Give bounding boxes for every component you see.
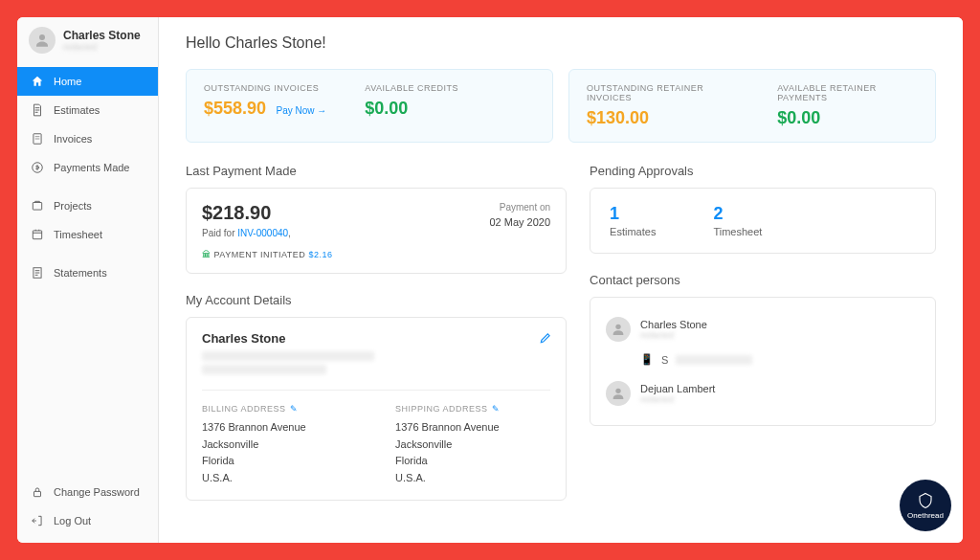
retainer-value: $130.00 bbox=[587, 108, 739, 128]
shipping-address-block: SHIPPING ADDRESS✎ 1376 Brannon Avenue Ja… bbox=[395, 404, 550, 486]
nav-item-estimates[interactable]: Estimates bbox=[17, 96, 158, 124]
contact-avatar bbox=[606, 317, 631, 342]
retainer-payments-label: AVAILABLE RETAINER PAYMENTS bbox=[777, 83, 918, 102]
phone-icon: 📱 bbox=[640, 353, 654, 366]
edit-billing-icon[interactable]: ✎ bbox=[290, 404, 299, 414]
edit-shipping-icon[interactable]: ✎ bbox=[492, 404, 501, 414]
contact-row[interactable]: Charles Stone redacted bbox=[606, 311, 920, 347]
credits-value: $0.00 bbox=[365, 99, 458, 119]
brand-badge[interactable]: Onethread bbox=[900, 480, 951, 531]
summary-row: OUTSTANDING INVOICES $558.90 Pay Now → A… bbox=[186, 69, 936, 143]
statements-icon bbox=[31, 266, 44, 280]
paynow-link[interactable]: Pay Now → bbox=[277, 105, 327, 116]
summary-card-invoices: OUTSTANDING INVOICES $558.90 Pay Now → A… bbox=[186, 69, 553, 143]
credits-label: AVAILABLE CREDITS bbox=[365, 83, 458, 93]
sidebar: Charles Stone redacted Home Estimates In… bbox=[17, 17, 159, 543]
nav-label: Payments Made bbox=[54, 162, 129, 173]
contacts-title: Contact persons bbox=[590, 273, 936, 287]
bottom-nav: Change Password Log Out bbox=[17, 478, 158, 543]
nav-item-home[interactable]: Home bbox=[17, 67, 158, 96]
nav-item-payments[interactable]: Payments Made bbox=[17, 153, 158, 182]
account-title: My Account Details bbox=[186, 293, 567, 307]
two-col: Last Payment Made $218.90 Paid for INV-0… bbox=[186, 164, 936, 501]
approvals-card: 1 Estimates 2 Timesheet bbox=[590, 188, 936, 254]
redacted-line bbox=[202, 365, 326, 374]
svg-rect-3 bbox=[33, 203, 41, 211]
nav-label: Timesheet bbox=[54, 229, 102, 240]
contacts-card: Charles Stone redacted 📱 S Dejuan Lamber… bbox=[590, 297, 936, 426]
user-subtitle: redacted bbox=[63, 42, 141, 52]
svg-rect-6 bbox=[34, 491, 41, 496]
lock-icon bbox=[31, 485, 44, 499]
svg-point-7 bbox=[615, 325, 620, 329]
bank-icon: 🏛 bbox=[202, 250, 212, 259]
invoice-link[interactable]: INV-000040 bbox=[237, 228, 288, 238]
nav-label: Home bbox=[54, 76, 81, 87]
account-name: Charles Stone bbox=[202, 331, 550, 346]
avatar bbox=[29, 27, 56, 54]
last-payment-title: Last Payment Made bbox=[186, 164, 567, 178]
user-name: Charles Stone bbox=[63, 29, 141, 42]
nav-label: Change Password bbox=[54, 486, 140, 498]
retainer-label: OUTSTANDING RETAINER INVOICES bbox=[587, 83, 739, 102]
estimates-icon bbox=[31, 103, 44, 117]
payment-on-label: Payment on bbox=[489, 202, 550, 213]
home-icon bbox=[31, 75, 44, 88]
approval-estimates[interactable]: 1 Estimates bbox=[610, 204, 656, 237]
logout-icon bbox=[31, 514, 44, 527]
svg-rect-4 bbox=[33, 231, 41, 239]
approvals-title: Pending Approvals bbox=[590, 164, 936, 178]
redacted-line bbox=[202, 351, 374, 361]
nav-item-change-password[interactable]: Change Password bbox=[17, 478, 158, 506]
nav-item-timesheet[interactable]: Timesheet bbox=[17, 220, 158, 249]
approval-timesheet[interactable]: 2 Timesheet bbox=[713, 204, 762, 237]
summary-card-retainer: OUTSTANDING RETAINER INVOICES $130.00 AV… bbox=[568, 69, 936, 143]
payments-icon bbox=[31, 161, 44, 174]
nav-item-projects[interactable]: Projects bbox=[17, 191, 158, 220]
nav-item-invoices[interactable]: Invoices bbox=[17, 124, 158, 153]
invoices-icon bbox=[31, 132, 44, 146]
nav-label: Projects bbox=[54, 200, 92, 212]
timesheet-icon bbox=[31, 228, 44, 241]
payment-amount: $218.90 bbox=[202, 202, 332, 224]
nav-label: Log Out bbox=[54, 515, 91, 526]
greeting: Hello Charles Stone! bbox=[186, 34, 936, 52]
nav-label: Invoices bbox=[54, 133, 92, 145]
app-frame: Charles Stone redacted Home Estimates In… bbox=[17, 17, 963, 543]
billing-address-block: BILLING ADDRESS✎ 1376 Brannon Avenue Jac… bbox=[202, 404, 357, 486]
nav-item-statements[interactable]: Statements bbox=[17, 258, 158, 287]
edit-icon[interactable] bbox=[539, 331, 552, 348]
contact-avatar bbox=[606, 381, 631, 406]
shipping-label: SHIPPING ADDRESS✎ bbox=[395, 404, 550, 414]
payment-sub: Paid for INV-000040, bbox=[202, 228, 332, 238]
billing-label: BILLING ADDRESS✎ bbox=[202, 404, 357, 414]
nav-label: Estimates bbox=[54, 104, 100, 116]
nav-label: Statements bbox=[54, 267, 107, 279]
main-content: Hello Charles Stone! OUTSTANDING INVOICE… bbox=[159, 17, 963, 543]
retainer-payments-value: $0.00 bbox=[777, 108, 918, 128]
svg-point-0 bbox=[39, 34, 45, 40]
user-block[interactable]: Charles Stone redacted bbox=[17, 17, 158, 63]
svg-point-8 bbox=[615, 389, 620, 393]
payment-initiated: 🏛 PAYMENT INITIATED $2.16 bbox=[202, 250, 332, 259]
payment-date: 02 May 2020 bbox=[489, 216, 550, 228]
projects-icon bbox=[31, 199, 44, 213]
contact-row[interactable]: Dejuan Lambert redacted bbox=[606, 375, 920, 412]
account-card: Charles Stone BILLING ADDRESS✎ 1376 Bran… bbox=[186, 317, 567, 501]
contact-phone: 📱 S bbox=[640, 353, 920, 366]
outstanding-value: $558.90 bbox=[204, 99, 266, 118]
outstanding-label: OUTSTANDING INVOICES bbox=[204, 83, 326, 93]
nav: Home Estimates Invoices Payments Made Pr… bbox=[17, 63, 158, 478]
nav-item-logout[interactable]: Log Out bbox=[17, 506, 158, 535]
last-payment-card: $218.90 Paid for INV-000040, 🏛 PAYMENT I… bbox=[186, 188, 567, 274]
